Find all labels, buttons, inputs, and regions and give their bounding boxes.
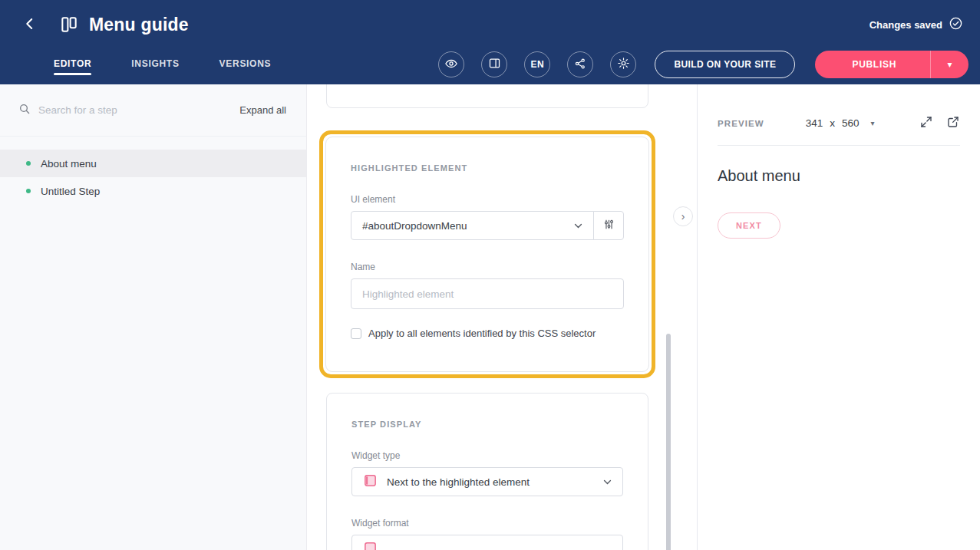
build-on-your-site-button[interactable]: BUILD ON YOUR SITE bbox=[655, 51, 795, 78]
top-bar-title-row: Menu guide Changes saved bbox=[0, 0, 980, 44]
ui-element-control: #aboutDropdownMenu bbox=[351, 211, 624, 240]
widget-format-icon bbox=[363, 541, 378, 550]
search-step-input[interactable] bbox=[38, 104, 239, 116]
apply-all-checkbox[interactable] bbox=[351, 328, 361, 339]
step-item-untitled-step[interactable]: Untitled Step bbox=[0, 177, 306, 205]
top-bar: Menu guide Changes saved EDITOR INSIGHTS… bbox=[0, 0, 980, 84]
name-label: Name bbox=[351, 262, 624, 272]
ui-element-label: UI element bbox=[351, 194, 624, 205]
dimensions-separator: x bbox=[830, 117, 835, 129]
editor-scrollbar-thumb[interactable] bbox=[666, 334, 671, 550]
open-in-new-tab-button[interactable] bbox=[946, 115, 960, 131]
apply-all-label: Apply to all elements identified by this… bbox=[368, 328, 596, 339]
steps-list: About menu Untitled Step bbox=[0, 137, 306, 205]
preview-content: About menu NEXT bbox=[698, 146, 980, 239]
highlighted-element-name-input[interactable] bbox=[351, 278, 624, 309]
share-icon bbox=[574, 58, 586, 72]
step-display-card: STEP DISPLAY Widget type Next to the hig… bbox=[326, 393, 648, 550]
chevron-down-icon bbox=[574, 223, 582, 229]
widget-type-value: Next to the highlighted element bbox=[387, 476, 530, 488]
layout-icon bbox=[488, 57, 501, 72]
highlighted-element-spotlight-ring: HIGHLIGHTED ELEMENT UI element #aboutDro… bbox=[319, 130, 655, 378]
chevron-left-icon bbox=[23, 17, 37, 33]
chevron-down-icon bbox=[603, 479, 612, 485]
publish-button[interactable]: PUBLISH bbox=[815, 51, 930, 78]
preview-fullscreen-button[interactable] bbox=[919, 115, 933, 131]
section-title: STEP DISPLAY bbox=[351, 420, 623, 429]
gear-icon bbox=[617, 57, 630, 72]
preview-next-button[interactable]: NEXT bbox=[718, 212, 780, 239]
steps-sidebar: Expand all About menu Untitled Step bbox=[0, 84, 307, 550]
top-bar-tabs-row: EDITOR INSIGHTS VERSIONS EN bbox=[0, 44, 980, 84]
expand-all-link[interactable]: Expand all bbox=[239, 104, 286, 116]
widget-type-select[interactable]: Next to the highlighted element bbox=[351, 467, 623, 496]
language-button[interactable]: EN bbox=[524, 51, 550, 77]
widget-format-label: Widget format bbox=[351, 518, 623, 529]
preview-panel-title: PREVIEW bbox=[718, 119, 764, 128]
page-body: Expand all About menu Untitled Step HIGH… bbox=[0, 84, 980, 550]
expand-icon bbox=[919, 115, 933, 131]
ui-element-select[interactable]: #aboutDropdownMenu bbox=[351, 211, 594, 240]
check-circle-icon bbox=[949, 16, 963, 33]
changes-saved-label: Changes saved bbox=[869, 19, 942, 31]
tab-insights[interactable]: INSIGHTS bbox=[131, 51, 179, 78]
publish-split-button: PUBLISH ▾ bbox=[815, 51, 968, 78]
sliders-icon bbox=[602, 218, 615, 233]
step-status-dot bbox=[26, 189, 31, 193]
apply-all-row: Apply to all elements identified by this… bbox=[351, 328, 624, 339]
step-status-dot bbox=[26, 161, 31, 166]
chevron-right-icon: › bbox=[681, 211, 685, 222]
previous-settings-card bbox=[326, 84, 648, 108]
layout-button[interactable] bbox=[481, 51, 507, 77]
settings-button[interactable] bbox=[610, 51, 636, 77]
selector-settings-button[interactable] bbox=[593, 211, 624, 240]
step-label: Untitled Step bbox=[41, 186, 100, 197]
preview-header: PREVIEW 341 x 560 ▾ bbox=[718, 115, 960, 146]
share-button[interactable] bbox=[567, 51, 593, 77]
widget-type-label: Widget type bbox=[351, 450, 623, 461]
step-label: About menu bbox=[41, 158, 97, 170]
changes-saved-status: Changes saved bbox=[869, 16, 963, 33]
chevron-down-icon: ▾ bbox=[947, 59, 952, 70]
step-item-about-menu[interactable]: About menu bbox=[0, 150, 306, 177]
highlighted-element-card: HIGHLIGHTED ELEMENT UI element #aboutDro… bbox=[325, 137, 649, 372]
eye-icon bbox=[444, 57, 458, 73]
widget-format-select[interactable] bbox=[351, 535, 623, 550]
step-editor-column: HIGHLIGHTED ELEMENT UI element #aboutDro… bbox=[307, 84, 697, 550]
widget-type-icon bbox=[363, 473, 378, 490]
chevron-down-icon: ▾ bbox=[871, 119, 875, 127]
page-title: Menu guide bbox=[89, 15, 189, 35]
section-title: HIGHLIGHTED ELEMENT bbox=[351, 163, 624, 173]
preview-width-value: 341 bbox=[806, 117, 823, 129]
ui-element-value: #aboutDropdownMenu bbox=[362, 220, 467, 232]
preview-step-title: About menu bbox=[718, 167, 960, 185]
preview-panel: PREVIEW 341 x 560 ▾ bbox=[697, 84, 980, 550]
tab-versions[interactable]: VERSIONS bbox=[219, 51, 272, 78]
preview-height-value: 560 bbox=[842, 117, 860, 129]
app-logo-icon bbox=[58, 14, 80, 35]
app: Menu guide Changes saved EDITOR INSIGHTS… bbox=[0, 0, 980, 550]
language-code: EN bbox=[531, 59, 545, 70]
publish-dropdown-button[interactable]: ▾ bbox=[930, 51, 968, 78]
preview-eye-button[interactable] bbox=[438, 51, 464, 77]
search-icon bbox=[18, 103, 31, 118]
tab-editor[interactable]: EDITOR bbox=[54, 51, 91, 78]
external-link-icon bbox=[946, 115, 960, 131]
preview-panel-toggle-button[interactable]: › bbox=[673, 206, 693, 226]
step-search-row: Expand all bbox=[0, 84, 306, 137]
preview-dimensions-select[interactable]: 341 x 560 ▾ bbox=[806, 117, 875, 129]
back-button[interactable] bbox=[18, 13, 41, 36]
